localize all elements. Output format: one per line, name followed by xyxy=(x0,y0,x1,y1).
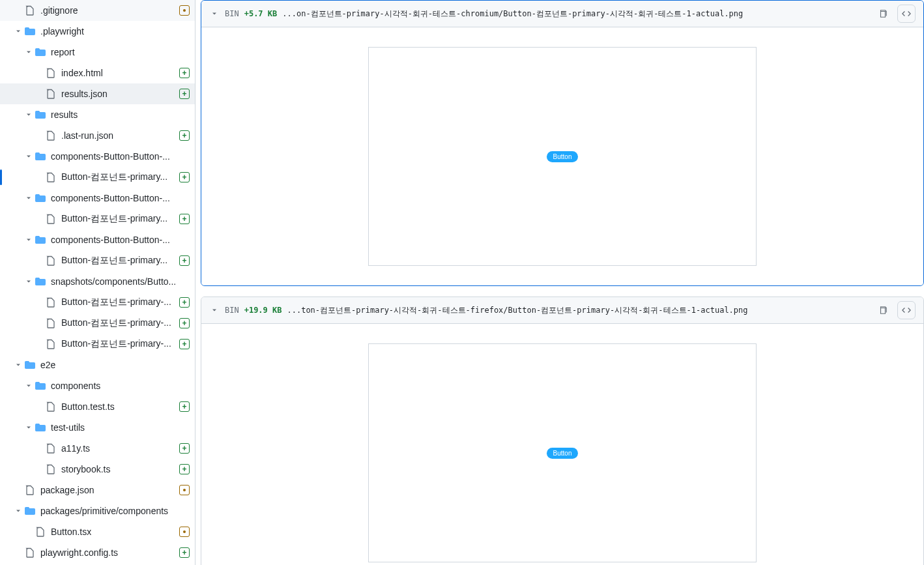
folder-icon xyxy=(35,151,46,162)
file-icon xyxy=(46,214,56,224)
tree-row[interactable]: Button-컴포넌트-primary-... xyxy=(0,292,195,313)
folder-icon xyxy=(25,360,35,370)
chevron-down-icon[interactable] xyxy=(23,151,34,162)
diff-block: BIN +19.9 KB ...ton-컴포넌트-primary-시각적-회귀-… xyxy=(201,297,924,565)
chevron-down-icon[interactable] xyxy=(23,276,34,287)
tree-item-label: components xyxy=(51,381,190,391)
chevron-down-icon[interactable] xyxy=(209,305,220,315)
snapshot-image: Button xyxy=(368,343,757,562)
tree-row[interactable]: packages/primitive/components xyxy=(0,500,195,521)
folder-icon xyxy=(35,109,46,120)
tree-item-label: playwright.config.ts xyxy=(40,547,179,558)
tree-row[interactable]: results xyxy=(0,104,195,125)
tree-row[interactable]: .last-run.json xyxy=(0,125,195,146)
chevron-down-icon[interactable] xyxy=(23,381,34,391)
file-icon xyxy=(46,318,56,328)
diff-body: Button xyxy=(201,27,923,285)
chevron-down-icon[interactable] xyxy=(13,360,23,370)
folder-icon xyxy=(35,193,46,203)
folder-icon xyxy=(25,506,35,516)
tree-item-label: Button-컴포넌트-primary... xyxy=(61,213,179,225)
tree-row[interactable]: test-utils xyxy=(0,417,195,438)
file-icon xyxy=(46,339,56,349)
tree-row[interactable]: snapshots/components/Butto... xyxy=(0,271,195,292)
tree-row[interactable]: index.html xyxy=(0,63,195,83)
tree-row[interactable]: components xyxy=(0,375,195,396)
tree-item-label: results.json xyxy=(61,89,179,99)
file-icon xyxy=(35,527,46,537)
tree-row[interactable]: Button-컴포넌트-primary-... xyxy=(0,334,195,355)
chevron-down-icon[interactable] xyxy=(13,506,23,516)
diff-header: BIN +5.7 KB ...on-컴포넌트-primary-시각적-회귀-테스… xyxy=(201,1,923,27)
tree-row[interactable]: Button-컴포넌트-primary... xyxy=(0,250,195,271)
chevron-down-icon[interactable] xyxy=(23,422,34,433)
snapshot-button-preview: Button xyxy=(547,151,579,162)
folder-icon xyxy=(35,47,46,57)
tree-row[interactable]: Button-컴포넌트-primary-... xyxy=(0,313,195,334)
tree-item-label: Button.test.ts xyxy=(61,401,179,412)
file-icon xyxy=(46,401,56,412)
snapshot-button-preview: Button xyxy=(547,448,579,459)
tree-item-label: .last-run.json xyxy=(61,130,179,141)
tree-item-label: Button-컴포넌트-primary... xyxy=(61,255,179,267)
added-badge xyxy=(179,318,190,328)
tree-item-label: snapshots/components/Butto... xyxy=(51,276,190,287)
chevron-down-icon[interactable] xyxy=(23,235,34,245)
tree-row[interactable]: report xyxy=(0,42,195,63)
tree-item-label: components-Button-Button-... xyxy=(51,151,190,162)
folder-icon xyxy=(35,235,46,245)
added-badge xyxy=(179,214,190,224)
diff-viewer[interactable]: BIN +5.7 KB ...on-컴포넌트-primary-시각적-회귀-테스… xyxy=(195,0,924,565)
tree-row[interactable]: components-Button-Button-... xyxy=(0,188,195,209)
tree-row[interactable]: a11y.ts xyxy=(0,438,195,459)
folder-icon xyxy=(35,381,46,391)
diff-header: BIN +19.9 KB ...ton-컴포넌트-primary-시각적-회귀-… xyxy=(201,297,923,324)
folder-icon xyxy=(35,276,46,287)
file-icon xyxy=(25,485,35,495)
tree-row[interactable]: Button-컴포넌트-primary... xyxy=(0,167,195,188)
chevron-down-icon[interactable] xyxy=(23,47,34,57)
size-tag: +5.7 KB xyxy=(244,9,278,18)
added-badge xyxy=(179,401,190,412)
added-badge xyxy=(179,255,190,266)
tree-row[interactable]: Button-컴포넌트-primary... xyxy=(0,209,195,229)
tree-row[interactable]: playwright.config.ts xyxy=(0,542,195,563)
tree-row[interactable]: results.json xyxy=(0,83,195,104)
copy-path-button[interactable] xyxy=(874,301,892,319)
chevron-down-icon[interactable] xyxy=(209,8,220,19)
tree-item-label: index.html xyxy=(61,68,179,78)
added-badge xyxy=(179,464,190,474)
modified-badge xyxy=(179,5,190,16)
modified-badge xyxy=(179,527,190,537)
tree-row[interactable]: components-Button-Button-... xyxy=(0,146,195,167)
tree-item-label: package.json xyxy=(40,485,179,495)
tree-item-label: results xyxy=(51,109,190,120)
file-tree-sidebar[interactable]: .gitignore.playwrightreportindex.htmlres… xyxy=(0,0,195,565)
tree-row[interactable]: package.json xyxy=(0,480,195,500)
chevron-down-icon[interactable] xyxy=(23,109,34,120)
view-source-button[interactable] xyxy=(897,301,916,319)
tree-item-label: components-Button-Button-... xyxy=(51,235,190,245)
added-badge xyxy=(179,297,190,308)
tree-item-label: Button-컴포넌트-primary-... xyxy=(61,297,179,308)
tree-item-label: e2e xyxy=(40,360,190,370)
tree-item-label: a11y.ts xyxy=(61,443,179,454)
file-icon xyxy=(46,464,56,474)
file-icon xyxy=(46,443,56,454)
tree-row[interactable]: Button.test.ts xyxy=(0,396,195,417)
file-path: ...ton-컴포넌트-primary-시각적-회귀-테스트-firefox/B… xyxy=(287,305,869,316)
chevron-down-icon[interactable] xyxy=(23,193,34,203)
chevron-down-icon[interactable] xyxy=(13,26,23,36)
tree-row[interactable]: storybook.ts xyxy=(0,459,195,480)
tree-row[interactable]: .gitignore xyxy=(0,0,195,21)
file-icon xyxy=(46,130,56,141)
tree-item-label: .gitignore xyxy=(40,5,179,16)
file-icon xyxy=(46,297,56,308)
tree-row[interactable]: components-Button-Button-... xyxy=(0,229,195,250)
tree-item-label: storybook.ts xyxy=(61,464,179,474)
view-source-button[interactable] xyxy=(897,5,916,23)
tree-row[interactable]: .playwright xyxy=(0,21,195,42)
copy-path-button[interactable] xyxy=(874,5,892,23)
tree-row[interactable]: Button.tsx xyxy=(0,521,195,542)
tree-row[interactable]: e2e xyxy=(0,355,195,375)
